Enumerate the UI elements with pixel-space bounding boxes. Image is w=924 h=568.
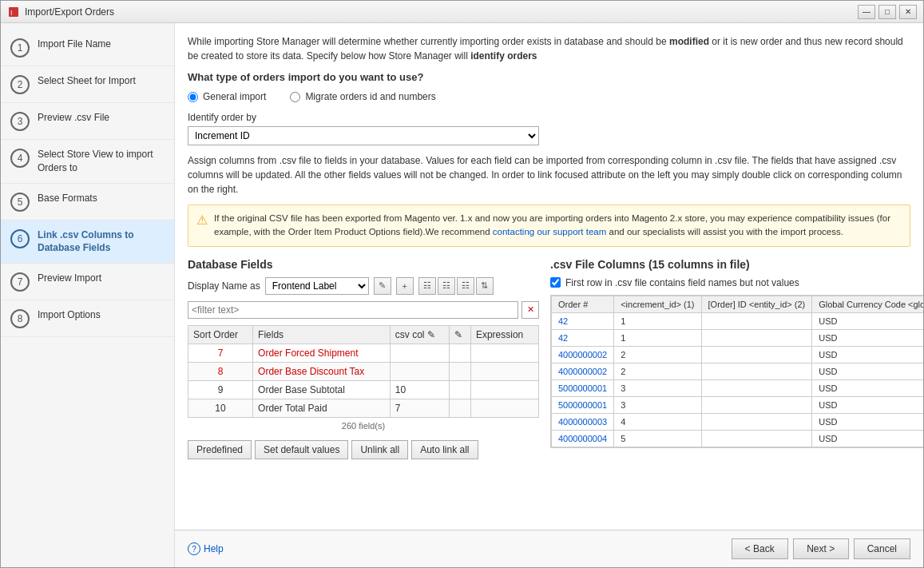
sidebar-item-7[interactable]: 7 Preview Import <box>1 264 174 300</box>
radio-general-label[interactable]: General import <box>203 91 266 102</box>
csv-table-row: 5000000001 3 USD <box>552 396 924 413</box>
csv-order-5: 5000000001 <box>552 379 614 396</box>
filter-clear-btn[interactable]: ✕ <box>521 301 539 319</box>
csv-cur-4: USD <box>812 363 923 379</box>
add-icon-btn[interactable]: + <box>396 277 414 295</box>
field-val-4: Order Total Paid <box>253 399 391 417</box>
sidebar: 1 Import File Name 2 Select Sheet for Im… <box>1 23 175 567</box>
csv-cur-3: USD <box>812 346 923 363</box>
radio-migrate-input[interactable] <box>290 92 300 102</box>
csv-order-4: 4000000002 <box>552 363 614 379</box>
csv-inc-1: 1 <box>614 312 701 329</box>
sidebar-label-1: Import File Name <box>38 38 111 51</box>
filter-input[interactable] <box>188 301 518 319</box>
sidebar-num-4: 4 <box>10 149 30 168</box>
csv-ent-3 <box>701 346 812 363</box>
help-link[interactable]: ? Help <box>188 542 224 555</box>
close-button[interactable]: ✕ <box>899 5 917 19</box>
display-name-row: Display Name as Frontend Label Field Nam… <box>188 277 539 295</box>
csv-inc-3: 2 <box>614 346 701 363</box>
sidebar-item-3[interactable]: 3 Preview .csv File <box>1 103 174 140</box>
sidebar-label-3: Preview .csv File <box>38 111 109 125</box>
table-row: 10 Order Total Paid 7 <box>188 399 539 417</box>
csv-ent-4 <box>701 363 812 379</box>
footer-right: < Back Next > Cancel <box>732 538 910 559</box>
csv-inc-8: 5 <box>614 430 701 447</box>
sidebar-label-6: Link .csv Columns to Database Fields <box>38 228 165 256</box>
sidebar-item-8[interactable]: 8 Import Options <box>1 300 174 337</box>
csv-cur-5: USD <box>812 379 923 396</box>
csv-checkbox-label[interactable]: First row in .csv file contains field na… <box>565 277 799 288</box>
grid-btn-2[interactable]: ☷ <box>438 277 455 295</box>
csv-col-val-3: 10 <box>390 380 449 399</box>
radio-general[interactable]: General import <box>188 91 266 102</box>
col-sort-order: Sort Order <box>188 325 253 344</box>
question-text: What type of orders import do you want t… <box>188 71 910 83</box>
warning-icon: ⚠ <box>196 213 208 228</box>
main-window: I Import/Export Orders — □ ✕ 1 Import Fi… <box>0 0 924 568</box>
csv-panel-title: .csv File Columns (15 columns in file) <box>550 258 923 271</box>
warning-text: If the original CSV file has been export… <box>214 212 902 240</box>
display-name-label: Display Name as <box>188 280 260 292</box>
cancel-button[interactable]: Cancel <box>854 538 910 559</box>
db-table: Sort Order Fields csv col ✎ ✎ Expression… <box>188 325 539 418</box>
unlink-all-button[interactable]: Unlink all <box>351 440 408 459</box>
grid-btn-3[interactable]: ☷ <box>457 277 474 295</box>
support-link[interactable]: contacting our support team <box>493 227 607 236</box>
csv-table-wrapper: Order # <increment_id> (1) [Order] ID <e… <box>550 295 923 448</box>
sidebar-item-5[interactable]: 5 Base Formats <box>1 184 174 220</box>
csv-ent-7 <box>701 413 812 430</box>
sidebar-item-1[interactable]: 1 Import File Name <box>1 30 174 66</box>
expr-val-3 <box>470 380 538 399</box>
content-area: While importing Store Manager will deter… <box>175 23 923 530</box>
maximize-button[interactable]: □ <box>878 5 896 19</box>
csv-table-row: 42 1 USD <box>552 312 924 329</box>
sort-btn[interactable]: ⇅ <box>476 277 494 295</box>
csv-cur-1: USD <box>812 312 923 329</box>
set-default-button[interactable]: Set default values <box>255 440 348 459</box>
csv-ent-8 <box>701 430 812 447</box>
csv-checkbox[interactable] <box>550 277 561 288</box>
sidebar-num-6: 6 <box>10 229 30 248</box>
csv-order-6: 5000000001 <box>552 396 614 413</box>
edit-icon-btn[interactable]: ✎ <box>374 277 391 295</box>
sidebar-item-6[interactable]: 6 Link .csv Columns to Database Fields <box>1 220 174 264</box>
csv-ent-2 <box>701 329 812 346</box>
sidebar-label-7: Preview Import <box>38 272 101 285</box>
csv-ent-5 <box>701 379 812 396</box>
display-name-select[interactable]: Frontend Label Field Name <box>265 277 369 295</box>
csv-table-row: 4000000003 4 USD <box>552 413 924 430</box>
window-controls: — □ ✕ <box>858 5 917 19</box>
field-val-2: Order Base Discount Tax <box>253 362 391 380</box>
col-expression: Expression <box>470 325 538 344</box>
csv-order-2: 42 <box>552 329 614 346</box>
sidebar-item-2[interactable]: 2 Select Sheet for Import <box>1 66 174 103</box>
main-content: 1 Import File Name 2 Select Sheet for Im… <box>1 23 923 567</box>
radio-migrate-label[interactable]: Migrate orders id and numbers <box>305 91 435 102</box>
auto-link-button[interactable]: Auto link all <box>411 440 478 459</box>
db-panel: Database Fields Display Name as Frontend… <box>188 258 539 459</box>
radio-row: General import Migrate orders id and num… <box>188 91 910 102</box>
csv-order-8: 4000000004 <box>552 430 614 447</box>
sidebar-label-4: Select Store View to import Orders to <box>38 148 165 175</box>
identify-row: Increment ID Entity ID <box>188 126 910 145</box>
grid-btn-1[interactable]: ☷ <box>418 277 436 295</box>
expr-val-1 <box>470 344 538 362</box>
assign-text: Assign columns from .csv file to fields … <box>188 153 910 197</box>
minimize-button[interactable]: — <box>858 5 875 19</box>
radio-general-input[interactable] <box>188 92 198 102</box>
csv-ent-6 <box>701 396 812 413</box>
sidebar-item-4[interactable]: 4 Select Store View to import Orders to <box>1 140 174 184</box>
csv-panel: .csv File Columns (15 columns in file) F… <box>550 258 923 459</box>
sidebar-num-1: 1 <box>10 38 30 58</box>
back-button[interactable]: < Back <box>732 538 788 559</box>
predefined-button[interactable]: Predefined <box>188 440 252 459</box>
sort-val-3: 9 <box>188 380 253 399</box>
footer-left: ? Help <box>188 542 224 555</box>
identify-select[interactable]: Increment ID Entity ID <box>188 126 539 145</box>
db-panel-title: Database Fields <box>188 258 539 271</box>
icon-val-3 <box>449 380 470 399</box>
next-button[interactable]: Next > <box>793 538 849 559</box>
sidebar-num-7: 7 <box>10 272 30 292</box>
radio-migrate[interactable]: Migrate orders id and numbers <box>290 91 435 102</box>
